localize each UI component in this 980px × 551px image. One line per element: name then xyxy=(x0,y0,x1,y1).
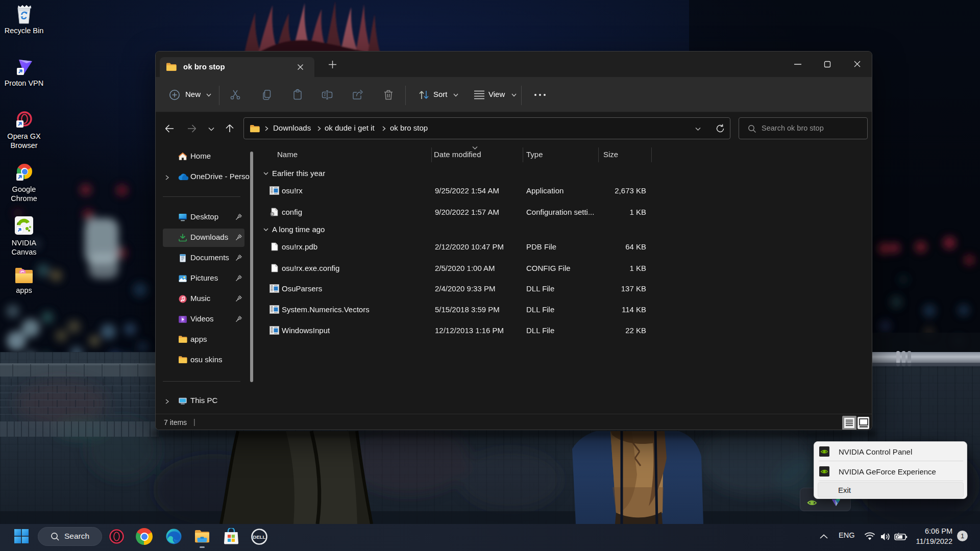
svg-text:DELL: DELL xyxy=(253,534,266,540)
